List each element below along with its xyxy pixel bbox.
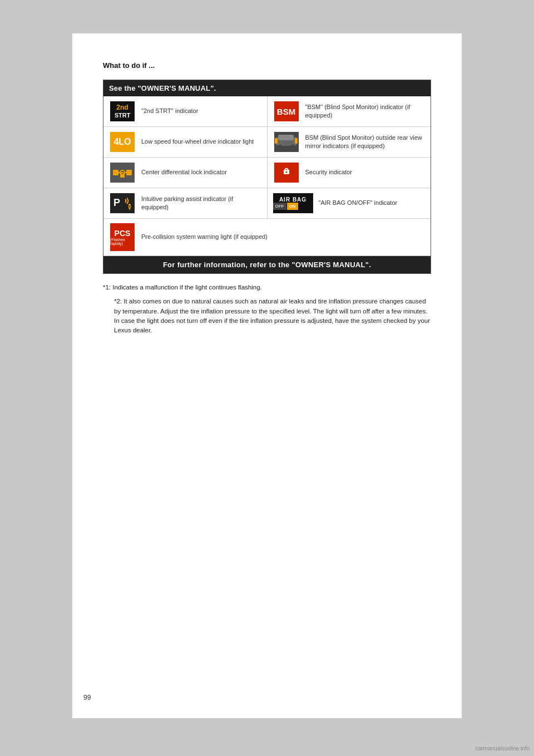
icon-label-top: 2nd xyxy=(116,104,128,111)
indicator-description: Center differential lock indicator xyxy=(141,168,227,176)
page-number: 99 xyxy=(83,694,91,701)
footnote-2: *2: It also comes on due to natural caus… xyxy=(114,297,431,335)
table-row: Center differential lock indicator xyxy=(103,158,431,188)
bsm-mirror-svg xyxy=(275,132,298,151)
left-cell-diff: Center differential lock indicator xyxy=(103,158,268,188)
svg-point-2 xyxy=(278,145,282,149)
bsm-label: BSM xyxy=(277,107,295,116)
svg-point-14 xyxy=(279,176,282,179)
svg-rect-5 xyxy=(295,138,298,144)
parking-icon-svg: P xyxy=(111,194,134,213)
footnote-2-prefix: *2: xyxy=(114,298,122,305)
table-header: See the "OWNER'S MANUAL". xyxy=(103,80,431,96)
table-row: 2nd STRT "2nd STRT" indicator BSM "BSM" … xyxy=(103,96,431,127)
footnote-1-text: *1: Indicates a malfunction if the light… xyxy=(103,284,262,291)
right-cell-airbag: AIR BAG OFF ON "AIR BAG ON/OFF" indicato… xyxy=(268,188,431,218)
footnote-1: *1: Indicates a malfunction if the light… xyxy=(103,283,431,292)
svg-rect-6 xyxy=(113,170,118,175)
indicator-description: Intuitive parking assist indicator (if e… xyxy=(141,195,261,212)
icon-parking-assist: P xyxy=(109,193,136,214)
watermark: carmanualsonline.info xyxy=(476,745,530,752)
icon-label-bot: STRT xyxy=(115,112,131,119)
svg-point-3 xyxy=(290,145,295,149)
icon-bsm: BSM xyxy=(273,101,300,122)
section-title: What to do if ... xyxy=(103,61,431,70)
pcs-row: PCS (Flashes rapidly) Pre-collision syst… xyxy=(103,219,431,256)
footnote-2-text: It also comes on due to natural causes s… xyxy=(114,298,430,333)
svg-text:P: P xyxy=(113,197,120,208)
table-row: P Intuitive parking assist indicator (if… xyxy=(103,188,431,219)
indicator-description: Security indicator xyxy=(305,168,352,176)
airbag-on-label: ON xyxy=(287,203,298,210)
svg-point-17 xyxy=(285,171,287,173)
indicator-description: BSM (Blind Spot Monitor) outside rear vi… xyxy=(305,134,426,151)
icon-airbag: AIR BAG OFF ON xyxy=(273,193,313,214)
svg-rect-10 xyxy=(126,170,132,175)
airbag-label: AIR BAG xyxy=(279,197,306,203)
indicator-description: "AIR BAG ON/OFF" indicator xyxy=(319,199,398,207)
indicator-description: "2nd STRT" indicator xyxy=(141,107,198,115)
icon-bsm-mirror xyxy=(273,131,300,153)
icon-2nd-strt: 2nd STRT xyxy=(109,101,136,122)
security-icon-svg xyxy=(275,163,298,182)
icon-pcs: PCS (Flashes rapidly) xyxy=(109,223,136,251)
page-content: What to do if ... See the "OWNER'S MANUA… xyxy=(72,33,462,718)
indicator-description: Low speed four-wheel drive indicator lig… xyxy=(141,138,254,146)
table-footer: For further information, refer to the "O… xyxy=(103,256,431,273)
left-cell-4lo: 4LO Low speed four-wheel drive indicator… xyxy=(103,127,268,157)
pcs-row-inner: PCS (Flashes rapidly) Pre-collision syst… xyxy=(103,219,431,256)
indicator-description: "BSM" (Blind Spot Monitor) indicator (if… xyxy=(305,103,426,120)
left-cell-parking: P Intuitive parking assist indicator (if… xyxy=(103,188,268,218)
airbag-switch-row: OFF ON xyxy=(273,203,313,210)
pcs-label: PCS xyxy=(115,229,131,238)
icon-security xyxy=(273,162,300,183)
airbag-off-label: OFF xyxy=(273,203,286,210)
right-cell-bsm-mirror: BSM (Blind Spot Monitor) outside rear vi… xyxy=(268,127,431,157)
svg-point-20 xyxy=(128,204,131,206)
4lo-label: 4LO xyxy=(113,137,131,147)
table-row: 4LO Low speed four-wheel drive indicator… xyxy=(103,127,431,158)
icon-4lo: 4LO xyxy=(109,131,136,153)
left-cell-2ndstrt: 2nd STRT "2nd STRT" indicator xyxy=(103,96,268,126)
svg-rect-4 xyxy=(275,138,278,144)
indicator-description: Pre-collision system warning light (if e… xyxy=(141,233,268,241)
diff-icon-svg xyxy=(111,163,134,182)
indicator-table: See the "OWNER'S MANUAL". 2nd STRT "2nd … xyxy=(103,80,431,274)
right-cell-bsm: BSM "BSM" (Blind Spot Monitor) indicator… xyxy=(268,96,431,126)
pcs-sublabel: (Flashes rapidly) xyxy=(110,238,135,246)
svg-rect-11 xyxy=(120,174,125,178)
icon-diff-lock xyxy=(109,162,136,183)
svg-rect-1 xyxy=(278,135,294,140)
right-cell-security: Security indicator xyxy=(268,158,431,188)
svg-point-15 xyxy=(290,176,294,179)
